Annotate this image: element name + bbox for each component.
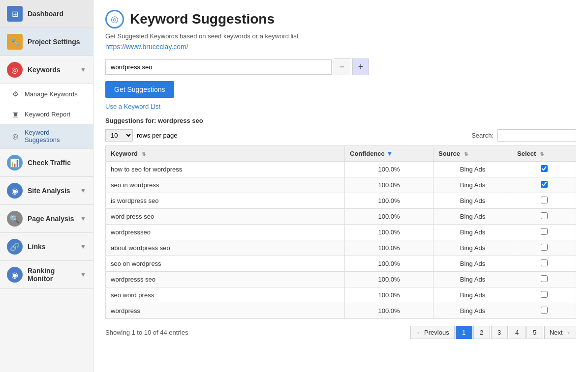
keyword-input[interactable] [105, 59, 332, 75]
page-2-button[interactable]: 2 [473, 326, 490, 339]
pagination-row: Showing 1 to 10 of 44 entries ← Previous… [105, 324, 576, 341]
keyword-cell: seo on wordpress [106, 256, 345, 272]
links-icon: 🔗 [7, 239, 23, 255]
select-checkbox[interactable] [541, 197, 548, 203]
rows-per-page-select[interactable]: 10 25 50 100 [105, 129, 133, 142]
keyword-suggestions-label: Keyword Suggestions [25, 129, 86, 143]
add-keyword-button[interactable]: + [352, 58, 369, 75]
keyword-cell: about wordpress seo [106, 240, 345, 256]
sidebar-item-page-analysis[interactable]: 🔍 Page Analysis ▼ [0, 205, 93, 233]
select-cell[interactable] [512, 272, 576, 287]
col-keyword-label: Keyword [111, 150, 138, 157]
keyword-input-row: − + [105, 58, 576, 75]
keyword-report-icon: ▣ [10, 109, 21, 119]
confidence-sort-icon: ▼ [386, 150, 393, 157]
showing-text: Showing 1 to 10 of 44 entries [105, 329, 188, 336]
keyword-cell: wordpressseo [106, 225, 345, 240]
sidebar-subitem-keyword-report[interactable]: ▣ Keyword Report [0, 104, 93, 124]
pagination-buttons: ← Previous 1 2 3 4 5 Next → [410, 326, 576, 339]
sidebar-subitem-manage-keywords[interactable]: ⚙ Manage Keywords [0, 84, 93, 104]
page-analysis-expand-icon: ▼ [80, 215, 86, 222]
col-keyword[interactable]: Keyword ⇅ [106, 146, 345, 162]
table-row: word press seo 100.0% Bing Ads [106, 209, 576, 225]
prev-page-button[interactable]: ← Previous [410, 326, 454, 339]
table-row: is wordpress seo 100.0% Bing Ads [106, 193, 576, 209]
source-sort-icon: ⇅ [464, 151, 468, 157]
keyword-cell: wordpress [106, 303, 345, 319]
select-checkbox[interactable] [541, 212, 548, 219]
select-checkbox[interactable] [541, 181, 548, 188]
table-row: seo word press 100.0% Bing Ads [106, 287, 576, 303]
select-cell[interactable] [512, 303, 576, 319]
keyword-report-label: Keyword Report [25, 111, 70, 118]
select-cell[interactable] [512, 240, 576, 256]
sidebar-item-project-settings-label: Project Settings [28, 38, 86, 46]
page-analysis-icon: 🔍 [7, 211, 23, 227]
confidence-cell: 100.0% [345, 209, 433, 225]
col-confidence-label: Confidence [350, 150, 385, 157]
keyword-cell: how to seo for wordpress [106, 162, 345, 177]
sidebar-item-keywords[interactable]: ◎ Keywords ▼ [0, 56, 93, 84]
keyword-cell: seo word press [106, 287, 345, 303]
select-cell[interactable] [512, 162, 576, 177]
select-cell[interactable] [512, 256, 576, 272]
keyword-sort-icon: ⇅ [142, 151, 146, 157]
sidebar-item-check-traffic[interactable]: 📊 Check Traffic [0, 149, 93, 177]
rows-per-page: 10 25 50 100 rows per page [105, 129, 177, 142]
select-cell[interactable] [512, 177, 576, 193]
select-cell[interactable] [512, 287, 576, 303]
use-keyword-list-link[interactable]: Use a Keyword List [105, 103, 576, 110]
select-checkbox[interactable] [541, 259, 548, 266]
next-page-button[interactable]: Next → [544, 326, 576, 339]
source-cell: Bing Ads [433, 193, 512, 209]
page-1-button[interactable]: 1 [456, 326, 472, 339]
sidebar-subitem-keyword-suggestions[interactable]: ◎ Keyword Suggestions [0, 124, 93, 148]
keyword-cell: word press seo [106, 209, 345, 225]
col-confidence[interactable]: Confidence ▼ [345, 146, 433, 162]
select-cell[interactable] [512, 209, 576, 225]
sidebar-item-links[interactable]: 🔗 Links ▼ [0, 233, 93, 261]
project-settings-icon: 🔧 [7, 34, 23, 50]
sidebar-item-site-analysis[interactable]: ◉ Site Analysis ▼ [0, 177, 93, 205]
keyword-cell: is wordpress seo [106, 193, 345, 209]
select-checkbox[interactable] [541, 275, 548, 282]
links-expand-icon: ▼ [80, 243, 86, 250]
col-select[interactable]: Select ⇅ [512, 146, 576, 162]
remove-keyword-button[interactable]: − [334, 58, 350, 75]
select-cell[interactable] [512, 193, 576, 209]
confidence-cell: 100.0% [345, 272, 433, 287]
table-row: how to seo for wordpress 100.0% Bing Ads [106, 162, 576, 177]
col-select-label: Select [517, 150, 536, 157]
select-checkbox[interactable] [541, 291, 548, 298]
select-cell[interactable] [512, 225, 576, 240]
table-row: seo on wordpress 100.0% Bing Ads [106, 256, 576, 272]
page-title: Keyword Suggestions [130, 11, 275, 27]
page-3-button[interactable]: 3 [491, 326, 508, 339]
get-suggestions-button[interactable]: Get Suggestions [105, 81, 174, 98]
keyword-cell: seo in wordpress [106, 177, 345, 193]
select-checkbox[interactable] [541, 244, 548, 251]
sidebar-item-ranking-monitor[interactable]: ◉ Ranking Monitor ▼ [0, 261, 93, 289]
sidebar-item-links-label: Links [28, 243, 80, 251]
confidence-cell: 100.0% [345, 225, 433, 240]
search-row: Search: [471, 129, 576, 142]
source-cell: Bing Ads [433, 162, 512, 177]
ranking-monitor-expand-icon: ▼ [80, 271, 86, 278]
select-checkbox[interactable] [541, 307, 548, 314]
dashboard-icon: ⊞ [7, 6, 23, 22]
page-4-button[interactable]: 4 [509, 326, 526, 339]
site-analysis-icon: ◉ [7, 183, 23, 199]
page-5-button[interactable]: 5 [526, 326, 543, 339]
source-cell: Bing Ads [433, 240, 512, 256]
keyword-table: Keyword ⇅ Confidence ▼ Source ⇅ Select ⇅ [105, 145, 576, 319]
sidebar-item-project-settings[interactable]: 🔧 Project Settings [0, 28, 93, 56]
table-row: wordpress 100.0% Bing Ads [106, 303, 576, 319]
source-cell: Bing Ads [433, 303, 512, 319]
col-source[interactable]: Source ⇅ [433, 146, 512, 162]
table-row: seo in wordpress 100.0% Bing Ads [106, 177, 576, 193]
select-checkbox[interactable] [541, 228, 548, 235]
confidence-cell: 100.0% [345, 287, 433, 303]
sidebar-item-dashboard[interactable]: ⊞ Dashboard [0, 0, 93, 28]
select-checkbox[interactable] [541, 165, 548, 172]
search-input[interactable] [497, 129, 576, 142]
